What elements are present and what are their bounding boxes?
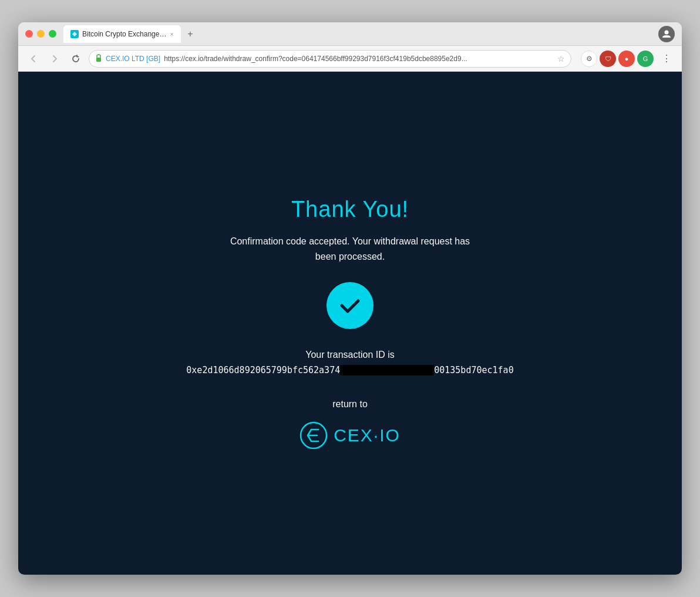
site-name: CEX.IO LTD [GB] [106,55,160,63]
tab-close-button[interactable]: × [170,31,174,38]
tab-title: Bitcoin Crypto Exchange - CEX [82,30,167,38]
transaction-id-start: 0xe2d1066d892065799bfc562a374 [186,365,340,375]
extension-green-icon[interactable]: G [637,51,654,67]
active-tab[interactable]: Bitcoin Crypto Exchange - CEX × [63,25,181,43]
address-bar: CEX.IO LTD [GB] https://cex.io/trade/wit… [18,46,682,72]
refresh-button[interactable] [68,51,84,67]
more-menu-button[interactable]: ⋮ [658,51,675,67]
lock-icon [95,54,102,63]
title-bar: Bitcoin Crypto Exchange - CEX × + [18,22,682,46]
browser-window: Bitcoin Crypto Exchange - CEX × + [18,22,682,575]
tab-favicon [70,30,79,38]
thank-you-title: Thank You! [291,197,409,222]
forward-button[interactable] [46,51,63,67]
minimize-traffic-light[interactable] [37,30,45,38]
tab-bar: Bitcoin Crypto Exchange - CEX × + [63,25,658,43]
bookmark-icon[interactable]: ☆ [557,54,565,63]
confirmation-text: Confirmation code accepted. Your withdra… [227,234,473,264]
return-to-text: return to [332,399,368,410]
toolbar-icons: ⚙ 🛡 ● G [581,51,654,67]
svg-point-0 [665,30,669,34]
shield-icon[interactable]: 🛡 [600,51,616,67]
maximize-traffic-light[interactable] [49,30,56,38]
extension-red-icon[interactable]: ● [618,51,635,67]
transaction-label: Your transaction ID is [305,350,394,360]
back-button[interactable] [25,51,42,67]
url-bar[interactable]: CEX.IO LTD [GB] https://cex.io/trade/wit… [89,50,571,68]
transaction-id-redacted [340,365,434,375]
url-text: https://cex.io/trade/withdraw_confirm?co… [164,55,467,63]
close-traffic-light[interactable] [25,30,33,38]
cex-logo-link[interactable]: CEX·IO [299,421,401,450]
profile-button[interactable] [658,26,675,42]
success-check-circle [327,282,373,329]
transaction-id: 0xe2d1066d892065799bfc562a374 00135bd70e… [186,365,513,375]
extensions-icon[interactable]: ⚙ [581,51,597,67]
transaction-id-end: 00135bd70ec1fa0 [434,365,513,375]
svg-rect-1 [96,58,101,62]
new-tab-button[interactable]: + [183,27,197,41]
content-area: Thank You! Confirmation code accepted. Y… [18,72,682,575]
traffic-lights [25,30,56,38]
cex-logo-text: CEX·IO [334,425,401,445]
confirmation-container: Thank You! Confirmation code accepted. Y… [186,197,513,449]
